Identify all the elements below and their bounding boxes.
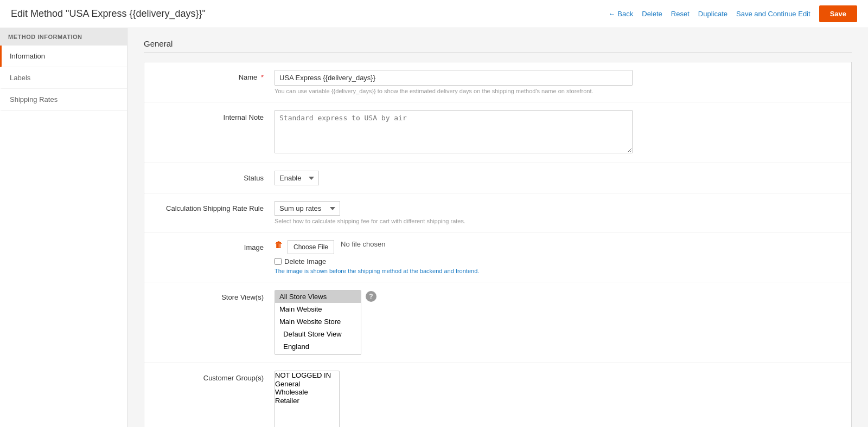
form-panel: Name * You can use variable {{delivery_d… [144,62,852,427]
customer-groups-field: NOT LOGGED IN General Wholesale Retailer [275,371,840,427]
arrow-left-icon: ← [608,10,615,18]
sidebar: METHOD INFORMATION Information Labels Sh… [0,28,127,427]
status-label: Status [155,171,275,182]
section-title: General [144,39,852,53]
image-field: 🗑 Choose File No file chosen Delete Imag… [275,240,840,274]
store-views-label: Store View(s) [155,290,275,301]
duplicate-button[interactable]: Duplicate [698,10,727,18]
name-field: You can use variable {{delivery_days}} t… [275,70,840,94]
delete-image-label: Delete Image [284,257,326,266]
customer-group-retailer: Retailer [275,397,339,405]
sidebar-item-shipping-rates[interactable]: Shipping Rates [0,89,127,111]
status-field: Enable Disable [275,171,840,185]
internal-note-label: Internal Note [155,110,275,121]
choose-file-button[interactable]: Choose File [288,240,334,254]
internal-note-row: Internal Note [144,102,851,163]
customer-groups-row: Customer Group(s) NOT LOGGED IN General … [144,363,851,427]
image-label: Image [155,240,275,251]
image-hint: The image is shown before the shipping m… [275,268,633,274]
calc-rule-label: Calculation Shipping Rate Rule [155,201,275,212]
customer-groups-listbox[interactable]: NOT LOGGED IN General Wholesale Retailer [275,371,340,427]
store-view-main-website: Main Website [275,303,361,315]
page-title: Edit Method "USA Express {{delivery_days… [11,8,206,20]
calc-rule-select-wrapper: Sum up rates Minimum rate Maximum rate [275,201,840,216]
store-views-row: Store View(s) All Store Views Main Websi… [144,282,851,363]
status-select[interactable]: Enable Disable [275,171,319,185]
store-views-listbox-wrapper: All Store Views Main Website Main Websit… [275,290,840,355]
status-select-wrapper: Enable Disable [275,171,840,185]
name-hint: You can use variable {{delivery_days}} t… [275,88,633,94]
customer-group-not-logged-in: NOT LOGGED IN [275,371,339,380]
sidebar-item-labels[interactable]: Labels [0,67,127,89]
name-row: Name * You can use variable {{delivery_d… [144,62,851,102]
header-actions: ← Back Delete Reset Duplicate Save and C… [608,5,857,22]
customer-group-general: General [275,380,339,389]
store-view-default: Default Store View [275,328,361,340]
customer-group-wholesale: Wholesale [275,388,339,397]
store-view-england: England [275,340,361,353]
customer-groups-label: Customer Group(s) [155,371,275,382]
help-icon[interactable]: ? [366,291,376,302]
status-row: Status Enable Disable [144,163,851,193]
internal-note-field [275,110,840,155]
required-star: * [261,73,264,81]
reset-button[interactable]: Reset [671,10,690,18]
main-content: General Name * You can use variable {{de… [127,28,868,427]
store-view-all: All Store Views [275,290,361,303]
calc-rule-row: Calculation Shipping Rate Rule Sum up ra… [144,193,851,232]
sidebar-item-information[interactable]: Information [0,46,127,67]
store-views-listbox[interactable]: All Store Views Main Website Main Websit… [275,290,361,355]
store-view-main-website-store: Main Website Store [275,315,361,328]
calc-rule-hint: Select how to calculate shipping fee for… [275,218,633,224]
name-input[interactable] [275,70,633,86]
delete-image-checkbox[interactable] [275,258,282,265]
delete-image-row: Delete Image [275,257,840,266]
calc-rule-select[interactable]: Sum up rates Minimum rate Maximum rate [275,201,340,216]
calc-rule-field: Sum up rates Minimum rate Maximum rate S… [275,201,840,224]
delete-button[interactable]: Delete [642,10,662,18]
internal-note-textarea[interactable] [275,110,633,153]
delete-icon: 🗑 [275,240,283,250]
page-header: Edit Method "USA Express {{delivery_days… [0,0,868,28]
store-views-field: All Store Views Main Website Main Websit… [275,290,840,355]
no-file-text: No file chosen [341,240,385,248]
save-button[interactable]: Save [819,5,857,22]
name-label: Name * [155,70,275,81]
image-row: Image 🗑 Choose File No file chosen Delet… [144,232,851,282]
back-button[interactable]: ← Back [608,10,633,18]
sidebar-section-title: METHOD INFORMATION [0,28,127,46]
page-layout: METHOD INFORMATION Information Labels Sh… [0,28,868,427]
image-upload-row: 🗑 Choose File No file chosen [275,240,840,254]
save-continue-button[interactable]: Save and Continue Edit [736,10,810,18]
